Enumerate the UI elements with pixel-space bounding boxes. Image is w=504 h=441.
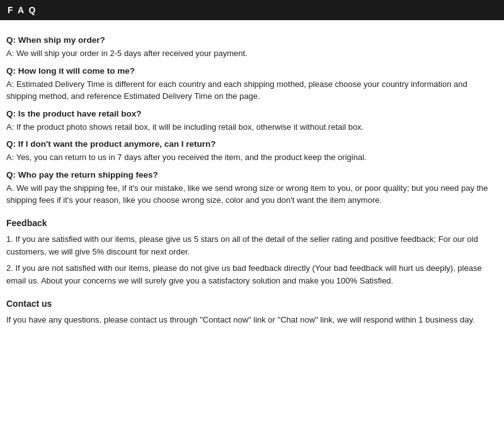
faq-answer-4: A: Yes, you can return to us in 7 days a… (6, 151, 498, 164)
feedback-point-2: 2. If you are not satisfied with our ite… (6, 262, 498, 287)
contact-section: Contact us If you have any questions, pl… (6, 299, 498, 326)
faq-item-5: Q: Who pay the return shipping fees? A. … (6, 170, 498, 207)
feedback-section: Feedback 1. If you are satisfied with ou… (6, 218, 498, 288)
faq-answer-3: A: If the product photo shows retail box… (6, 121, 498, 134)
faq-answer-2: A: Estimated Delivery Time is different … (6, 78, 498, 103)
faq-question-5: Q: Who pay the return shipping fees? (6, 170, 498, 180)
faq-question-4: Q: If I don't want the product anymore, … (6, 139, 498, 149)
feedback-title: Feedback (6, 218, 498, 228)
faq-section: Q: When ship my order? A: We will ship y… (6, 35, 498, 207)
faq-header: F A Q (0, 0, 504, 20)
faq-answer-5: A. We will pay the shipping fee, if it's… (6, 182, 498, 207)
faq-answer-1: A: We will ship your order in 2-5 days a… (6, 47, 498, 60)
faq-item-3: Q: Is the product have retail box? A: If… (6, 109, 498, 134)
contact-text: If you have any questions, please contac… (6, 314, 498, 326)
faq-question-1: Q: When ship my order? (6, 35, 498, 45)
feedback-point-1: 1. If you are satisfied with our items, … (6, 233, 498, 258)
faq-item-4: Q: If I don't want the product anymore, … (6, 139, 498, 164)
contact-title: Contact us (6, 299, 498, 309)
faq-question-3: Q: Is the product have retail box? (6, 109, 498, 118)
faq-item-1: Q: When ship my order? A: We will ship y… (6, 35, 498, 60)
faq-question-2: Q: How long it will come to me? (6, 66, 498, 76)
main-content: Q: When ship my order? A: We will ship y… (0, 26, 504, 333)
faq-item-2: Q: How long it will come to me? A: Estim… (6, 66, 498, 103)
